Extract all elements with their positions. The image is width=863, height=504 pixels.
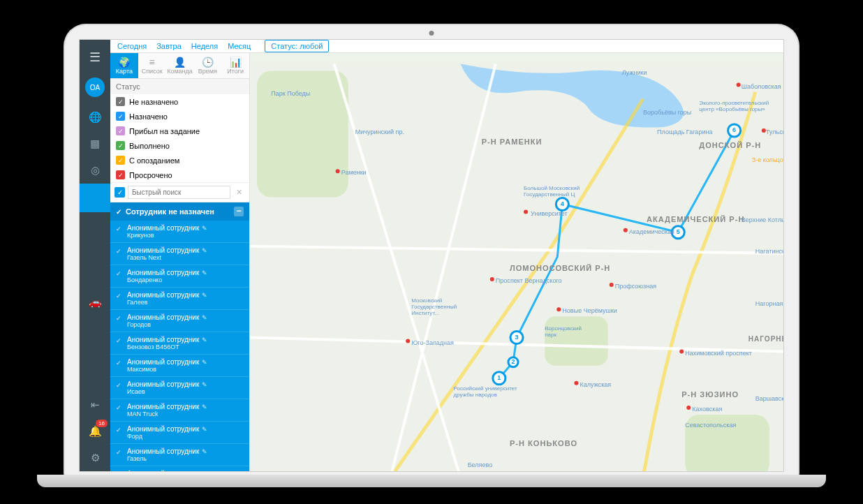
employee-item[interactable]: Анонимный сотрудник✎MAN Truck (110, 399, 249, 422)
edit-icon[interactable]: ✎ (202, 247, 207, 254)
employee-group-header[interactable]: ✓ Сотрудник не назначен − (110, 202, 249, 221)
employee-sub: Галеев (127, 299, 244, 306)
employee-name: Анонимный сотрудник✎ (127, 313, 244, 321)
app-screen: ☰ OA 🌐 ▦ ◎ 🚗 ⇤ 🔔16 ⚙ Сегодня Завтра Неде… (79, 39, 784, 472)
employee-item[interactable]: Анонимный сотрудник✎Бензовоз B456OT (110, 332, 249, 355)
checkbox-icon[interactable]: ✓ (116, 156, 125, 165)
chart-icon[interactable]: ▦ (80, 131, 110, 157)
employee-item[interactable]: Анонимный сотрудник✎Газель Next (110, 243, 249, 265)
employee-item[interactable]: Анонимный сотрудник✎Газель (110, 444, 249, 466)
edit-icon[interactable]: ✎ (202, 381, 207, 388)
car-icon[interactable]: 🚗 (80, 289, 110, 316)
svg-text:Каховская: Каховская (692, 406, 722, 413)
svg-point-58 (574, 381, 578, 385)
checkbox-icon[interactable]: ✓ (116, 126, 125, 135)
employee-name: Анонимный сотрудник✎ (127, 403, 244, 410)
tab-map[interactable]: 🌍Карта (110, 53, 138, 78)
employee-sub: Городов (127, 321, 244, 328)
svg-text:Воробьёвы горы: Воробьёвы горы (643, 109, 691, 116)
avatar[interactable]: OA (85, 77, 105, 97)
status-row[interactable]: ✓Просрочено (110, 168, 249, 182)
tab-team[interactable]: 👤Команда (166, 53, 194, 78)
status-row[interactable]: ✓Назначено (110, 109, 249, 124)
edit-icon[interactable]: ✎ (202, 314, 207, 321)
settings-icon[interactable]: ⚙ (80, 445, 110, 471)
search-checkbox[interactable]: ✓ (115, 187, 125, 198)
target-icon[interactable]: ◎ (80, 157, 110, 184)
svg-text:Раменки: Раменки (341, 169, 367, 176)
nav-active-item[interactable] (80, 184, 110, 212)
employee-item[interactable]: Анонимный сотрудник✎Городов (110, 310, 249, 332)
notification-badge: 16 (96, 420, 108, 427)
employee-item[interactable]: Анонимный сотрудник✎Крикунов (110, 221, 249, 243)
status-label: Прибыл на задание (129, 127, 200, 135)
svg-text:Академическая: Академическая (629, 228, 674, 235)
view-tabs: 🌍Карта ≡Список 👤Команда 🕒Время 📊Итоги (110, 53, 249, 79)
clear-search-icon[interactable]: ✕ (233, 188, 245, 197)
employee-list: Анонимный сотрудник✎КрикуновАнонимный со… (110, 221, 249, 472)
user-icon: 👤 (166, 57, 194, 68)
tab-time[interactable]: 🕒Время (193, 53, 221, 78)
employee-sub: Газель Next (127, 254, 244, 261)
employee-item[interactable]: Анонимный сотрудник✎Форд (110, 422, 249, 444)
status-label: Просрочено (129, 171, 172, 179)
edit-icon[interactable]: ✎ (202, 292, 207, 299)
employee-name: Анонимный сотрудник✎ (127, 425, 244, 433)
svg-text:Площадь Гагарина: Площадь Гагарина (657, 128, 713, 135)
checkbox-icon[interactable]: ✓ (116, 97, 125, 106)
globe-icon[interactable]: 🌐 (80, 104, 110, 131)
svg-text:Севастопольская: Севастопольская (685, 422, 736, 429)
menu-icon[interactable]: ☰ (84, 44, 106, 71)
status-filter-button[interactable]: Статус: любой (265, 40, 329, 52)
checkbox-icon[interactable]: ✓ (116, 170, 125, 179)
filter-tomorrow[interactable]: Завтра (156, 42, 182, 50)
edit-icon[interactable]: ✎ (202, 359, 207, 366)
employee-name: Анонимный сотрудник✎ (127, 380, 244, 388)
employee-sub: Бензовоз B456OT (127, 343, 244, 350)
employee-name: Анонимный сотрудник✎ (127, 224, 244, 232)
svg-text:2: 2 (511, 358, 515, 365)
svg-text:З-е кольцо: З-е кольцо (752, 156, 783, 163)
edit-icon[interactable]: ✎ (202, 448, 207, 455)
employee-name: Анонимный сотрудник✎ (127, 269, 244, 276)
employee-item[interactable]: Анонимный сотрудник✎Лада Веста (110, 466, 249, 472)
employee-item[interactable]: Анонимный сотрудник✎Максимов (110, 355, 249, 377)
status-row[interactable]: ✓Прибыл на задание (110, 124, 249, 138)
list-icon: ≡ (138, 57, 166, 68)
tab-list[interactable]: ≡Список (138, 53, 166, 78)
employee-name: Анонимный сотрудник✎ (127, 447, 244, 455)
employee-name: Анонимный сотрудник✎ (127, 246, 244, 254)
collapse-icon[interactable]: − (234, 207, 244, 216)
svg-text:Нагорная: Нагорная (755, 300, 783, 307)
edit-icon[interactable]: ✎ (202, 403, 207, 410)
edit-icon[interactable]: ✎ (202, 426, 207, 433)
filter-month[interactable]: Месяц (228, 42, 251, 50)
employee-item[interactable]: Анонимный сотрудник✎Исаев (110, 377, 249, 399)
tab-results[interactable]: 📊Итоги (221, 53, 249, 78)
svg-text:4: 4 (561, 200, 564, 207)
logout-icon[interactable]: ⇤ (80, 392, 110, 418)
status-label: Выполнено (129, 142, 170, 150)
map-view[interactable]: 1 2 3 4 5 6 Р-Н РАМЕНКИ ДОНСКОЙ Р-Н АКАД… (250, 53, 783, 472)
sidebar: 🌍Карта ≡Список 👤Команда 🕒Время 📊Итоги Ст… (110, 53, 250, 472)
filter-today[interactable]: Сегодня (117, 42, 147, 50)
edit-icon[interactable]: ✎ (202, 269, 207, 276)
svg-point-56 (406, 339, 410, 343)
employee-name: Анонимный сотрудник✎ (127, 336, 244, 343)
status-row[interactable]: ✓Выполнено (110, 138, 249, 153)
edit-icon[interactable]: ✎ (202, 470, 207, 472)
filter-week[interactable]: Неделя (191, 42, 218, 50)
svg-point-52 (524, 210, 528, 214)
status-row[interactable]: ✓Не назначено (110, 94, 249, 109)
edit-icon[interactable]: ✎ (202, 225, 207, 232)
edit-icon[interactable]: ✎ (202, 336, 207, 343)
svg-text:Университет: Университет (531, 210, 568, 217)
checkbox-icon[interactable]: ✓ (116, 112, 125, 121)
search-input[interactable] (128, 186, 230, 199)
employee-item[interactable]: Анонимный сотрудник✎Галеев (110, 288, 249, 310)
status-row[interactable]: ✓С опозданием (110, 153, 249, 168)
employee-item[interactable]: Анонимный сотрудник✎Бондаренко (110, 265, 249, 288)
checkbox-icon[interactable]: ✓ (116, 141, 125, 150)
notifications-icon[interactable]: 🔔16 (80, 418, 110, 445)
svg-text:ЛОМОНОСОВСКИЙ Р-Н: ЛОМОНОСОВСКИЙ Р-Н (510, 264, 610, 272)
